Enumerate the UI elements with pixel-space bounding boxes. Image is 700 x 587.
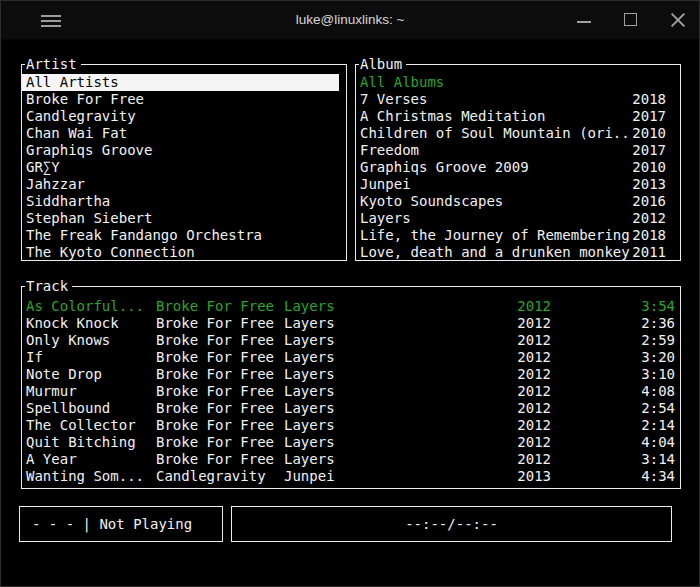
track-list-item[interactable]: As Colorful...Broke For FreeLayers20123:… (22, 298, 680, 315)
track-list-item[interactable]: IfBroke For FreeLayers20123:20 (22, 349, 680, 366)
track-artist: Candlegravity (156, 468, 284, 485)
track-artist: Broke For Free (156, 417, 284, 434)
album-year: 2018 (632, 227, 675, 244)
album-list-item[interactable]: Kyoto Soundscapes2016 (356, 193, 680, 210)
album-list-item[interactable]: A Christmas Meditation2017 (356, 108, 680, 125)
track-panel: Track As Colorful...Broke For FreeLayers… (21, 286, 681, 489)
album-name: Kyoto Soundscapes (360, 193, 632, 210)
track-time: 2:36 (551, 315, 675, 332)
minimize-icon[interactable] (576, 12, 592, 28)
album-list-item[interactable]: Layers2012 (356, 210, 680, 227)
maximize-icon[interactable] (623, 12, 639, 28)
artist-list-item[interactable]: All Artists (22, 74, 339, 91)
artist-list-item[interactable]: The Kyoto Connection (22, 244, 346, 261)
track-list-item[interactable]: Only KnowsBroke For FreeLayers20122:59 (22, 332, 680, 349)
track-album: Layers (284, 383, 464, 400)
track-list-item[interactable]: The CollectorBroke For FreeLayers20122:1… (22, 417, 680, 434)
track-artist: Broke For Free (156, 349, 284, 366)
track-time: 3:14 (551, 451, 675, 468)
album-list-item[interactable]: Life, the Journey of Remembering2018 (356, 227, 680, 244)
artist-name: Siddhartha (26, 193, 110, 209)
track-title: A Year (26, 451, 156, 468)
artist-name: All Artists (26, 74, 119, 90)
track-album: Layers (284, 434, 464, 451)
track-title: Knock Knock (26, 315, 156, 332)
album-year: 2018 (632, 91, 675, 108)
artist-name: The Kyoto Connection (26, 244, 195, 260)
track-time: 3:10 (551, 366, 675, 383)
track-time: 2:14 (551, 417, 675, 434)
artist-name: Candlegravity (26, 108, 136, 124)
track-list-item[interactable]: Knock KnockBroke For FreeLayers20122:36 (22, 315, 680, 332)
track-title: Wanting Som... (26, 468, 156, 485)
track-album: Layers (284, 315, 464, 332)
artist-list-item[interactable]: Stephan Siebert (22, 210, 346, 227)
album-year: 2016 (632, 193, 675, 210)
artist-list: All Artists Broke For Free Candlegravity… (22, 65, 346, 261)
artist-list-item[interactable]: Jahzzar (22, 176, 346, 193)
album-list-item[interactable]: Love, death and a drunken monkey2011 (356, 244, 680, 261)
album-list-item[interactable]: Freedom2017 (356, 142, 680, 159)
terminal-content: Artist All Artists Broke For Free Candle… (1, 39, 699, 586)
track-list-item[interactable]: SpellboundBroke For FreeLayers20122:54 (22, 400, 680, 417)
artist-list-item[interactable]: Siddhartha (22, 193, 346, 210)
track-list-item[interactable]: A YearBroke For FreeLayers20123:14 (22, 451, 680, 468)
album-year: 2011 (632, 244, 675, 261)
artist-name: Graphiqs Groove (26, 142, 152, 158)
artist-name: GR∑Y (26, 159, 60, 175)
album-year: 2010 (632, 159, 675, 176)
track-artist: Broke For Free (156, 332, 284, 349)
track-list-item[interactable]: MurmurBroke For FreeLayers20124:08 (22, 383, 680, 400)
artist-name: The Freak Fandango Orchestra (26, 227, 262, 243)
track-list-item[interactable]: Note DropBroke For FreeLayers20123:10 (22, 366, 680, 383)
artist-list-item[interactable]: GR∑Y (22, 159, 346, 176)
artist-list-item[interactable]: Graphiqs Groove (22, 142, 346, 159)
track-album: Junpei (284, 468, 464, 485)
track-list-item[interactable]: Wanting Som...CandlegravityJunpei20134:3… (22, 468, 680, 485)
track-time: 4:04 (551, 434, 675, 451)
album-list-item[interactable]: All Albums (356, 74, 680, 91)
track-time: 2:54 (551, 400, 675, 417)
track-artist: Broke For Free (156, 315, 284, 332)
album-list-item[interactable]: 7 Verses2018 (356, 91, 680, 108)
track-time: 4:08 (551, 383, 675, 400)
track-year: 2012 (464, 298, 551, 315)
now-playing-status: - - - | Not Playing (19, 506, 223, 542)
artist-name: Jahzzar (26, 176, 85, 192)
track-album: Layers (284, 332, 464, 349)
track-time: 4:34 (551, 468, 675, 485)
track-title: The Collector (26, 417, 156, 434)
album-list-item[interactable]: Graphiqs Groove 20092010 (356, 159, 680, 176)
album-name: Freedom (360, 142, 632, 159)
artist-list-item[interactable]: The Freak Fandango Orchestra (22, 227, 346, 244)
artist-name: Stephan Siebert (26, 210, 152, 226)
track-year: 2013 (464, 468, 551, 485)
track-album: Layers (284, 451, 464, 468)
album-name: Junpei (360, 176, 632, 193)
track-time: 3:54 (551, 298, 675, 315)
album-list-item[interactable]: Junpei2013 (356, 176, 680, 193)
close-icon[interactable] (670, 12, 686, 28)
album-name: All Albums (360, 74, 666, 91)
track-album: Layers (284, 298, 464, 315)
track-year: 2012 (464, 451, 551, 468)
album-name: Layers (360, 210, 632, 227)
track-list-item[interactable]: Quit BitchingBroke For FreeLayers20124:0… (22, 434, 680, 451)
track-year: 2012 (464, 349, 551, 366)
album-year: 2013 (632, 176, 675, 193)
album-name: Children of Soul Mountain (ori... (360, 125, 632, 142)
track-title: As Colorful... (26, 298, 156, 315)
track-year: 2012 (464, 366, 551, 383)
terminal-window: luke@linuxlinks: ~ Artist All Artists Br… (0, 0, 700, 587)
artist-list-item[interactable]: Candlegravity (22, 108, 346, 125)
track-artist: Broke For Free (156, 434, 284, 451)
track-album: Layers (284, 400, 464, 417)
track-year: 2012 (464, 383, 551, 400)
track-year: 2012 (464, 400, 551, 417)
artist-name: Chan Wai Fat (26, 125, 127, 141)
artist-list-item[interactable]: Broke For Free (22, 91, 346, 108)
track-album: Layers (284, 349, 464, 366)
album-list-item[interactable]: Children of Soul Mountain (ori...2010 (356, 125, 680, 142)
album-year: 2017 (632, 108, 675, 125)
artist-list-item[interactable]: Chan Wai Fat (22, 125, 346, 142)
